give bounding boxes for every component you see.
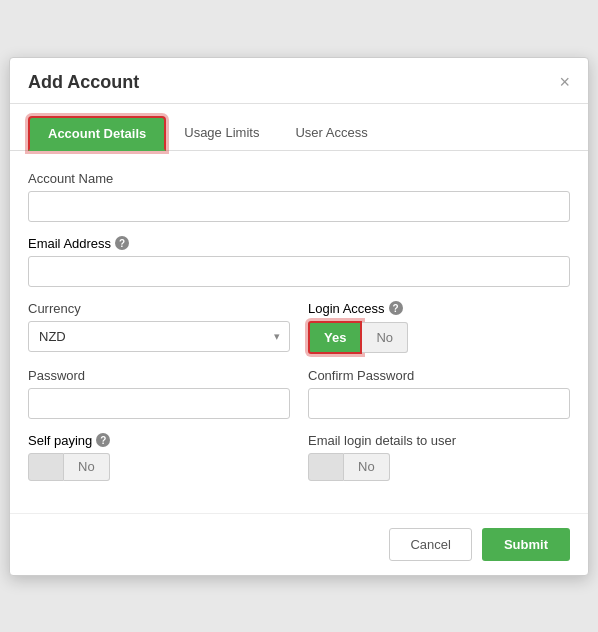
email-address-label-row: Email Address ? — [28, 236, 570, 251]
modal: Add Account × Account Details Usage Limi… — [9, 57, 589, 576]
close-button[interactable]: × — [559, 73, 570, 91]
login-access-yes-button[interactable]: Yes — [308, 321, 362, 354]
tabs-container: Account Details Usage Limits User Access — [10, 104, 588, 151]
password-input[interactable] — [28, 388, 290, 419]
password-label: Password — [28, 368, 290, 383]
currency-login-row: Currency NZD USD AUD EUR GBP ▾ Login Acc… — [28, 301, 570, 354]
currency-label: Currency — [28, 301, 290, 316]
modal-body: Account Name Email Address ? Currency NZ… — [10, 151, 588, 505]
email-login-no-label[interactable]: No — [344, 453, 390, 481]
modal-title: Add Account — [28, 72, 139, 93]
tab-usage-limits[interactable]: Usage Limits — [166, 117, 277, 150]
email-help-icon[interactable]: ? — [115, 236, 129, 250]
currency-select-wrapper: NZD USD AUD EUR GBP ▾ — [28, 321, 290, 352]
self-paying-toggle-off[interactable] — [28, 453, 64, 481]
confirm-password-label: Confirm Password — [308, 368, 570, 383]
password-group: Password — [28, 368, 290, 419]
login-access-no-button[interactable]: No — [362, 322, 408, 353]
login-access-label: Login Access — [308, 301, 385, 316]
self-paying-row: Self paying ? No Email login details to … — [28, 433, 570, 481]
email-address-label: Email Address — [28, 236, 111, 251]
email-login-toggle: No — [308, 453, 570, 481]
login-access-toggle: Yes No — [308, 321, 570, 354]
confirm-password-group: Confirm Password — [308, 368, 570, 419]
email-login-group: Email login details to user No — [308, 433, 570, 481]
email-login-label: Email login details to user — [308, 433, 570, 448]
password-row: Password Confirm Password — [28, 368, 570, 419]
confirm-password-input[interactable] — [308, 388, 570, 419]
login-access-label-row: Login Access ? — [308, 301, 570, 316]
self-paying-toggle: No — [28, 453, 290, 481]
self-paying-label: Self paying — [28, 433, 92, 448]
self-paying-label-row: Self paying ? — [28, 433, 290, 448]
modal-header: Add Account × — [10, 58, 588, 104]
login-access-help-icon[interactable]: ? — [389, 301, 403, 315]
tab-account-details[interactable]: Account Details — [28, 116, 166, 151]
self-paying-help-icon[interactable]: ? — [96, 433, 110, 447]
modal-footer: Cancel Submit — [10, 513, 588, 575]
submit-button[interactable]: Submit — [482, 528, 570, 561]
cancel-button[interactable]: Cancel — [389, 528, 471, 561]
currency-group: Currency NZD USD AUD EUR GBP ▾ — [28, 301, 290, 354]
account-name-label: Account Name — [28, 171, 570, 186]
login-access-group: Login Access ? Yes No — [308, 301, 570, 354]
currency-select[interactable]: NZD USD AUD EUR GBP — [28, 321, 290, 352]
account-name-group: Account Name — [28, 171, 570, 222]
email-address-input[interactable] — [28, 256, 570, 287]
email-login-toggle-off[interactable] — [308, 453, 344, 481]
account-name-input[interactable] — [28, 191, 570, 222]
self-paying-no-label[interactable]: No — [64, 453, 110, 481]
tab-user-access[interactable]: User Access — [277, 117, 385, 150]
email-address-group: Email Address ? — [28, 236, 570, 287]
self-paying-group: Self paying ? No — [28, 433, 290, 481]
